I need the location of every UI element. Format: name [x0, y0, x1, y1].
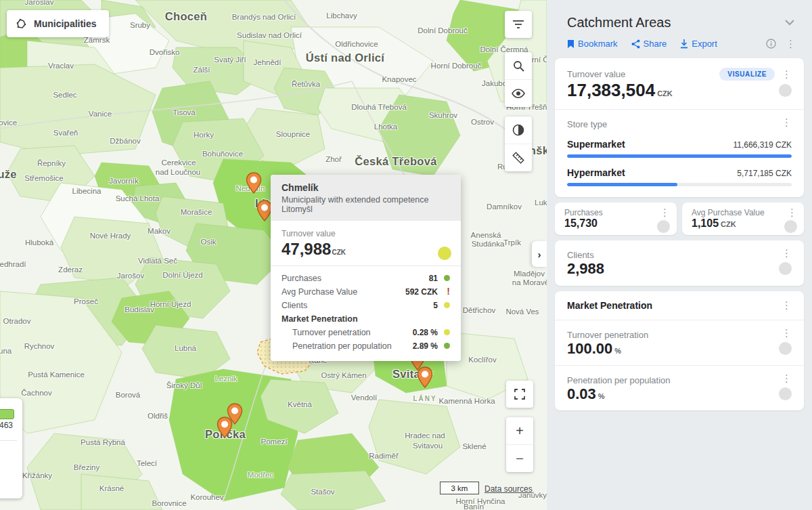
clients-label: Clients	[567, 250, 594, 260]
filter-icon	[512, 20, 524, 29]
status-dot-yellow	[444, 302, 450, 308]
store-location-pin[interactable]	[417, 366, 433, 388]
fullscreen-icon	[514, 389, 525, 400]
tooltip-header: Chmelík Municipality with extended compe…	[271, 175, 461, 221]
chevron-right-icon: ›	[538, 249, 541, 260]
market-penetration-kebab[interactable]: ⋮	[782, 302, 792, 309]
population-penetration-kebab[interactable]: ⋮	[782, 375, 792, 382]
store-type-kebab[interactable]: ⋮	[782, 119, 792, 126]
store-type-label: Store type	[567, 119, 607, 129]
map-canvas[interactable]: JaroslavChoceňBrandýs nad OrlicíSrubyLib…	[0, 0, 547, 510]
turnover-section: Turnover value VISUALIZE ⋮ 17,383,504CZK	[555, 58, 804, 109]
tooltip-metric-label: Turnover value	[281, 229, 450, 238]
info-icon[interactable]	[766, 39, 776, 49]
population-penetration-value: 0.03%	[567, 385, 605, 402]
share-icon	[631, 39, 640, 49]
legend-value: 463	[0, 421, 13, 430]
share-button[interactable]: Share	[631, 39, 667, 49]
clients-visibility-toggle[interactable]	[779, 262, 792, 275]
turnover-label: Turnover value	[567, 69, 625, 79]
panel-title: Catchment Areas	[567, 15, 671, 30]
municipalities-layer-button[interactable]: Municipalities	[7, 10, 109, 37]
turnover-penetration-section: Turnover penetration ⋮ 100.00%	[555, 320, 804, 365]
sidebar-collapse-handle[interactable]: ›	[532, 241, 547, 267]
store-type-section: Store type ⋮ Supermarket11,666,319 CZKHy…	[555, 110, 804, 197]
search-icon	[513, 60, 524, 72]
purchases-value: 15,730	[564, 217, 669, 230]
turnover-kebab[interactable]: ⋮	[782, 71, 792, 78]
store-location-pin[interactable]	[217, 417, 233, 438]
zoom-controls: + −	[506, 417, 533, 472]
visualize-button[interactable]: VISUALIZE	[719, 68, 775, 81]
tooltip-metric-row: Penetration per population2.89 %	[281, 339, 450, 353]
tooltip-metric-row: Market Penetration	[281, 312, 450, 326]
filter-button[interactable]	[505, 11, 532, 38]
catchment-app: JaroslavChoceňBrandýs nad OrlicíSrubyLib…	[0, 0, 812, 510]
store-type-bar	[567, 183, 792, 186]
store-type-row: Supermarket11,666,319 CZK	[567, 139, 792, 158]
contrast-button[interactable]	[505, 116, 532, 144]
bookmark-icon	[567, 39, 574, 49]
fullscreen-control	[506, 381, 533, 408]
avg-purchase-card: Avg Purchase Value 1,105CZK ⋮	[682, 203, 804, 235]
clients-value: 2,988	[567, 260, 604, 277]
export-icon	[680, 39, 688, 49]
tooltip-metric-value: 47,988CZK	[281, 240, 450, 259]
filter-control	[505, 11, 532, 38]
polygon-layer-icon	[15, 18, 27, 30]
export-button[interactable]: Export	[680, 39, 717, 49]
style-measure-controls	[505, 116, 532, 171]
population-penetration-label: Penetration per population	[567, 375, 671, 385]
tooltip-metric-row: Clients5	[281, 299, 450, 312]
map-tooltip: Chmelík Municipality with extended compe…	[271, 175, 461, 361]
store-type-row: Hypermarket5,717,185 CZK	[567, 167, 792, 186]
zoom-out-button[interactable]: −	[506, 444, 533, 472]
tooltip-rows: Purchases81Avg Purchase Value592 CZK!Cli…	[271, 266, 461, 361]
chevron-down-icon[interactable]	[785, 20, 794, 26]
tooltip-metric-row: Purchases81	[281, 272, 450, 285]
store-type-bar	[567, 154, 792, 158]
bookmark-button[interactable]: Bookmark	[567, 39, 618, 49]
tooltip-subtitle: Municipality with extended competence Li…	[281, 195, 450, 214]
search-eye-controls	[505, 52, 532, 107]
turnover-value: 17,383,504CZK	[567, 81, 673, 101]
contrast-icon	[512, 124, 524, 136]
data-sources-link[interactable]: Data sources	[484, 484, 533, 494]
status-dot-yellow	[444, 329, 450, 335]
tooltip-metric-row: Turnover penetration0.28 %	[281, 326, 450, 339]
avg-purchase-label: Avg Purchase Value	[692, 208, 796, 217]
store-type-value: 11,666,319 CZK	[733, 140, 792, 150]
tooltip-metric-unit: CZK	[332, 249, 346, 256]
fullscreen-button[interactable]	[506, 381, 533, 408]
market-penetration-title: Market Penetration	[567, 300, 652, 311]
store-location-pin[interactable]	[246, 172, 262, 194]
population-penetration-visibility-toggle[interactable]	[779, 387, 792, 400]
turnover-visibility-toggle[interactable]	[779, 84, 792, 97]
avg-purchase-visibility-toggle[interactable]	[784, 220, 797, 233]
avg-purchase-kebab[interactable]: ⋮	[787, 209, 797, 216]
clients-kebab[interactable]: ⋮	[782, 250, 792, 257]
purchases-visibility-toggle[interactable]	[657, 220, 670, 233]
status-dot-yellow	[438, 247, 451, 260]
measure-button[interactable]	[505, 144, 532, 171]
panel-menu-kebab[interactable]: ⋮	[786, 41, 796, 47]
purchases-kebab[interactable]: ⋮	[660, 209, 670, 216]
turnover-penetration-visibility-toggle[interactable]	[779, 342, 792, 355]
ruler-icon	[512, 151, 525, 165]
visibility-button[interactable]	[505, 79, 532, 107]
alert-icon: !	[447, 286, 450, 297]
turnover-penetration-label: Turnover penetration	[567, 330, 648, 340]
map-legend-panel: 463	[0, 398, 22, 498]
zoom-in-button[interactable]: +	[506, 417, 533, 444]
municipalities-label: Municipalities	[34, 18, 97, 29]
purchases-label: Purchases	[564, 208, 669, 217]
analytics-sidebar: Catchment Areas Bookmark Share	[547, 0, 812, 510]
tooltip-title: Chmelík	[281, 182, 450, 193]
avg-purchase-value: 1,105CZK	[692, 217, 796, 230]
eye-icon	[512, 89, 525, 98]
store-type-rows: Supermarket11,666,319 CZKHypermarket5,71…	[567, 139, 792, 186]
turnover-penetration-kebab[interactable]: ⋮	[782, 330, 792, 337]
purchases-card: Purchases 15,730 ⋮	[555, 203, 677, 235]
status-dot-green	[444, 343, 450, 349]
search-button[interactable]	[505, 52, 532, 79]
